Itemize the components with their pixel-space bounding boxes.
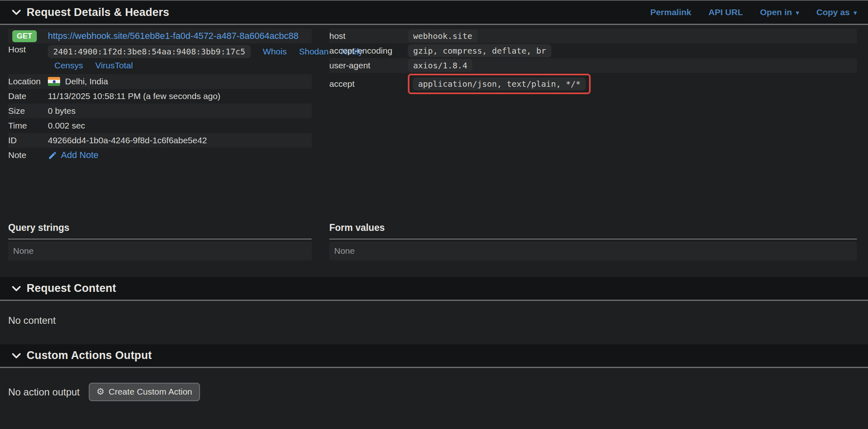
create-custom-action-button[interactable]: ⚙ Create Custom Action <box>89 383 200 401</box>
censys-link[interactable]: Censys <box>54 61 83 70</box>
header-value: application/json, text/plain, */* <box>413 77 586 90</box>
request-content-header-bar[interactable]: Request Content <box>0 277 868 301</box>
virustotal-link[interactable]: VirusTotal <box>95 61 133 70</box>
form-values-section: Form values None <box>329 222 857 260</box>
custom-actions-title: Custom Actions Output <box>27 349 152 362</box>
location-label: Location <box>8 77 48 86</box>
table-row-location: Location Delhi, India <box>8 74 312 89</box>
request-content-title: Request Content <box>27 282 116 295</box>
caret-down-icon: ▾ <box>853 9 857 16</box>
table-row-header-host: host webhook.site <box>329 29 857 43</box>
table-row-size: Size 0 bytes <box>8 104 312 118</box>
request-headers-table: host webhook.site accept-encoding gzip, … <box>329 29 857 163</box>
header-name: accept-encoding <box>329 46 408 56</box>
api-url-link[interactable]: API URL <box>708 7 743 17</box>
copy-as-dropdown[interactable]: Copy as▾ <box>816 7 857 17</box>
permalink-link[interactable]: Permalink <box>650 7 691 17</box>
add-note-label: Add Note <box>61 150 99 160</box>
date-value: 11/13/2025 10:58:11 PM (a few seconds ag… <box>48 91 220 101</box>
request-details-header-bar[interactable]: Request Details & Headers Permalink API … <box>0 0 868 25</box>
location-value: Delhi, India <box>65 77 108 86</box>
gear-icon: ⚙ <box>97 387 105 396</box>
host-ip-value: 2401:4900:1f2d:3be8:54aa:9408:3bb9:17c5 <box>48 45 251 58</box>
query-strings-section: Query strings None <box>8 222 312 260</box>
request-url-link[interactable]: https://webhook.site/561eb8e1-fa0d-4572-… <box>48 31 299 41</box>
form-values-empty: None <box>329 242 857 260</box>
api-url-label: API URL <box>708 7 743 17</box>
header-name: host <box>329 31 408 41</box>
table-row-header-accept: accept application/json, text/plain, */* <box>329 73 857 95</box>
table-row-header-accept-encoding: accept-encoding gzip, compress, deflate,… <box>329 43 857 58</box>
table-row-id: ID 49266dd4-1b0a-4246-9f8d-1c6f6abe5e42 <box>8 133 312 148</box>
create-custom-action-label: Create Custom Action <box>109 387 192 397</box>
divider <box>329 239 857 239</box>
request-meta-table: GET https://webhook.site/561eb8e1-fa0d-4… <box>8 29 312 163</box>
query-strings-empty: None <box>8 242 312 260</box>
method-badge: GET <box>12 30 37 42</box>
host-label: Host <box>8 45 48 54</box>
date-label: Date <box>8 91 48 101</box>
caret-down-icon: ▾ <box>796 9 799 16</box>
note-label: Note <box>8 150 48 160</box>
add-note-link[interactable]: Add Note <box>48 150 99 160</box>
table-row-url: GET https://webhook.site/561eb8e1-fa0d-4… <box>8 29 312 43</box>
whois-link[interactable]: Whois <box>263 47 287 56</box>
time-value: 0.002 sec <box>48 121 85 131</box>
open-in-label: Open in <box>760 7 792 17</box>
table-row-header-user-agent: user-agent axios/1.8.4 <box>329 58 857 73</box>
shodan-link[interactable]: Shodan <box>299 47 328 56</box>
highlight-box: application/json, text/plain, */* <box>408 74 591 94</box>
custom-actions-empty: No action output <box>8 386 80 398</box>
copy-as-label: Copy as <box>816 7 850 17</box>
header-value: gzip, compress, deflate, br <box>408 44 551 57</box>
pencil-icon <box>48 151 57 160</box>
permalink-label: Permalink <box>650 7 691 17</box>
time-label: Time <box>8 121 48 131</box>
chevron-down-icon <box>11 7 22 18</box>
divider <box>8 239 312 239</box>
id-label: ID <box>8 135 48 145</box>
chevron-down-icon <box>11 283 22 294</box>
chevron-down-icon <box>11 350 22 361</box>
request-details-panel: GET https://webhook.site/561eb8e1-fa0d-4… <box>0 25 868 260</box>
header-value: axios/1.8.4 <box>408 59 472 72</box>
table-row-date: Date 11/13/2025 10:58:11 PM (a few secon… <box>8 89 312 104</box>
request-content-empty: No content <box>0 301 868 344</box>
header-value: webhook.site <box>408 29 478 43</box>
size-value: 0 bytes <box>48 106 76 116</box>
header-name: accept <box>329 79 408 89</box>
size-label: Size <box>8 106 48 116</box>
query-strings-title: Query strings <box>8 222 312 233</box>
page-title: Request Details & Headers <box>27 6 169 19</box>
india-flag-icon <box>48 77 60 86</box>
custom-actions-header-bar[interactable]: Custom Actions Output <box>0 344 868 368</box>
header-name: user-agent <box>329 61 408 70</box>
table-row-note: Note Add Note <box>8 148 312 163</box>
open-in-dropdown[interactable]: Open in▾ <box>760 7 799 17</box>
id-value: 49266dd4-1b0a-4246-9f8d-1c6f6abe5e42 <box>48 135 207 145</box>
table-row-time: Time 0.002 sec <box>8 118 312 133</box>
table-row-host: Host 2401:4900:1f2d:3be8:54aa:9408:3bb9:… <box>8 43 312 74</box>
form-values-title: Form values <box>329 222 857 233</box>
